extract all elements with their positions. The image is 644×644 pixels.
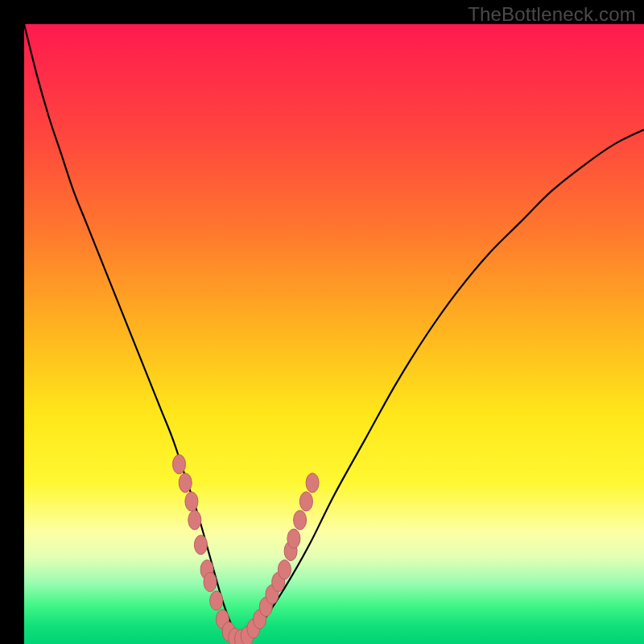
highlighted-points <box>173 455 320 644</box>
curve-marker <box>278 560 291 580</box>
curve-marker <box>306 473 319 493</box>
curve-marker <box>188 510 201 530</box>
curve-marker <box>210 591 223 610</box>
curve-marker <box>173 455 186 474</box>
chart-frame: TheBottleneck.com <box>0 0 644 644</box>
curve-marker <box>194 535 207 555</box>
curve-svg <box>24 24 644 644</box>
curve-marker <box>299 492 312 511</box>
curve-marker <box>294 510 307 530</box>
curve-marker <box>204 572 217 592</box>
curve-marker <box>179 473 192 493</box>
curve-marker <box>287 529 300 548</box>
curve-marker <box>185 492 198 511</box>
bottleneck-curve <box>24 24 644 641</box>
plot-area <box>24 24 644 644</box>
attribution-text: TheBottleneck.com <box>468 3 636 26</box>
